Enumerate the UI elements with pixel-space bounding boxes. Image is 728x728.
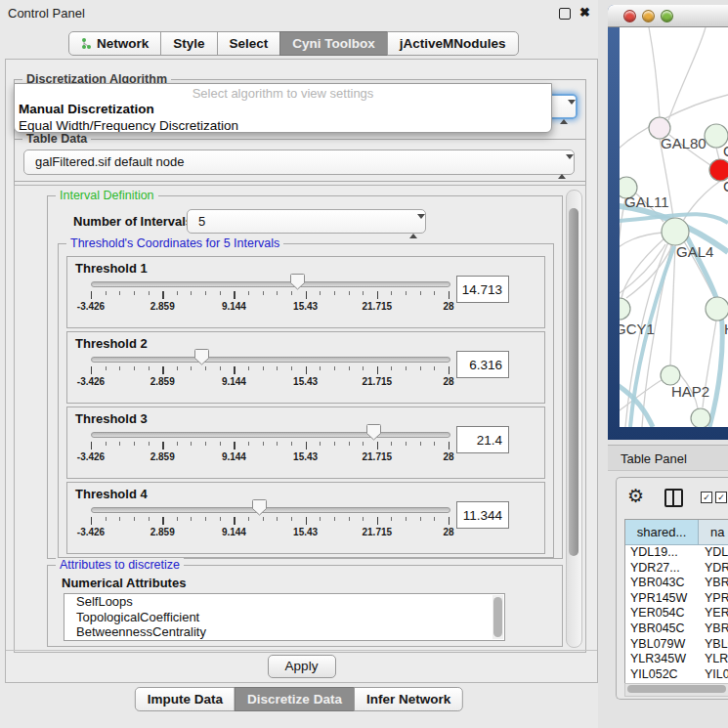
algorithm-option[interactable]: Equal Width/Frequency Discretization — [15, 117, 551, 133]
list-scrollbar[interactable] — [492, 595, 503, 639]
tick-label: 15.43 — [293, 301, 318, 312]
minor-tick — [106, 442, 107, 446]
table-row[interactable]: YPR145WYPR1 — [625, 591, 728, 607]
minor-tick — [177, 442, 178, 446]
table-data-combobox[interactable]: galFiltered.sif default node — [23, 150, 575, 175]
minimize-traffic-light-icon[interactable] — [642, 10, 655, 22]
table-row[interactable]: YBL079WYBL0 — [625, 637, 728, 653]
network-node-unlabeled[interactable] — [691, 408, 710, 427]
list-item[interactable]: SelfLoops — [64, 594, 504, 610]
major-tick — [449, 291, 450, 299]
network-edge — [620, 198, 625, 298]
tab-infer-network[interactable]: Infer Network — [354, 687, 463, 711]
list-item[interactable]: TopologicalCoefficient — [64, 610, 504, 625]
minor-tick — [177, 517, 178, 521]
close-traffic-light-icon[interactable] — [623, 10, 636, 22]
network-window-titlebar — [608, 5, 728, 27]
close-icon[interactable]: ✖ — [579, 5, 590, 20]
network-node-gcy1[interactable] — [620, 298, 630, 320]
threshold-value-field[interactable]: 11.344 — [456, 501, 509, 529]
scrollbar-thumb[interactable] — [493, 597, 502, 637]
table-row[interactable]: YBR045CYBR0 — [625, 621, 728, 637]
checkbox-icon[interactable]: ✓ — [715, 492, 727, 503]
vertical-scrollbar[interactable] — [566, 190, 582, 648]
minor-tick — [248, 442, 249, 446]
minor-tick — [406, 366, 407, 370]
minor-tick — [406, 517, 407, 521]
node-table[interactable]: shared... na YDL19...YDL1YDR27...YDR2YBR… — [624, 519, 728, 684]
threshold-slider-track[interactable] — [91, 432, 450, 438]
table-row[interactable]: YBR043CYBR0 — [625, 576, 728, 591]
apply-button[interactable]: Apply — [268, 655, 336, 678]
table-data-combobox-value: galFiltered.sif default node — [35, 154, 184, 169]
tick-label: -3.426 — [77, 451, 105, 462]
minor-tick — [106, 291, 107, 295]
threshold-value-field[interactable]: 21.4 — [456, 426, 509, 453]
tab-discretize-data[interactable]: Discretize Data — [235, 687, 355, 711]
table-row[interactable]: YER054CYER0 — [625, 606, 728, 621]
cyni-toolbox-panel: Discretization Algorithm Select algorith… — [5, 59, 598, 683]
tab-cyni-toolbox[interactable]: Cyni Toolbox — [279, 31, 388, 56]
tab-select[interactable]: Select — [217, 31, 281, 56]
minor-tick — [334, 517, 335, 521]
algorithm-option[interactable]: Manual Discretization — [15, 101, 551, 117]
threshold-panel: Threshold 2-3.4262.8599.14415.4321.71528… — [66, 331, 545, 404]
table-row[interactable]: YLR345WYLR3 — [625, 652, 728, 667]
network-node-h[interactable] — [706, 297, 728, 321]
slider-ticks — [91, 366, 449, 375]
table-row[interactable]: YDL19...YDL1 — [625, 545, 728, 561]
major-tick — [449, 366, 450, 374]
threshold-value-field[interactable]: 6.316 — [456, 351, 509, 378]
table-cell: YER0 — [698, 606, 728, 621]
table-row[interactable]: YIL052CYIL0 — [625, 667, 728, 683]
table-cell: YDL19... — [625, 545, 698, 561]
tab-label: Infer Network — [366, 692, 450, 707]
numerical-attributes-list[interactable]: SelfLoopsTopologicalCoefficientBetweenne… — [64, 593, 505, 641]
major-tick — [234, 442, 235, 450]
tick-label: 21.715 — [363, 376, 393, 387]
tab-style[interactable]: Style — [160, 31, 217, 56]
major-tick — [234, 517, 235, 525]
threshold-slider-track[interactable] — [91, 281, 450, 287]
major-tick — [377, 442, 378, 450]
tab-network[interactable]: Network — [68, 31, 161, 56]
column-header[interactable]: na — [699, 520, 728, 544]
minor-tick — [391, 291, 392, 295]
network-node-label: C — [723, 178, 728, 194]
minor-tick — [205, 366, 206, 370]
zoom-traffic-light-icon[interactable] — [661, 10, 673, 22]
split-column-icon[interactable] — [664, 489, 683, 507]
minor-tick — [334, 366, 335, 370]
table-row[interactable]: YDR27...YDR2 — [625, 561, 728, 577]
column-header[interactable]: shared... — [625, 520, 699, 544]
major-tick — [162, 291, 163, 299]
network-canvas[interactable]: GAL80GACGAL11GAL4GCY1HHAP2 — [620, 27, 728, 427]
minor-tick — [191, 291, 192, 295]
control-panel-window: Control Panel ✖ NetworkStyleSelectCyni T… — [0, 0, 598, 728]
minor-tick — [248, 366, 249, 370]
major-tick — [162, 517, 163, 525]
threshold-slider-track[interactable] — [91, 357, 450, 363]
minor-tick — [263, 517, 264, 521]
horizontal-scrollbar[interactable] — [624, 683, 728, 697]
stepper-icon — [560, 101, 569, 114]
scrollbar-thumb[interactable] — [569, 208, 578, 556]
float-icon[interactable] — [559, 8, 571, 20]
group-title: Interval Definition — [56, 189, 158, 202]
tick-label: 15.43 — [293, 451, 318, 462]
tab-jactivemnodules[interactable]: jActiveMNodules — [387, 31, 519, 56]
threshold-value-field[interactable]: 14.713 — [456, 276, 509, 303]
tab-impute-data[interactable]: Impute Data — [135, 687, 236, 711]
network-node-gal4[interactable] — [662, 218, 689, 245]
checkbox-icon[interactable]: ✓ — [701, 492, 712, 503]
gear-icon[interactable]: ⚙ — [627, 485, 644, 507]
network-node-hap2[interactable] — [661, 365, 680, 385]
minor-tick — [434, 291, 435, 295]
number-of-intervals-combobox[interactable]: 5 — [187, 209, 426, 234]
minor-tick — [177, 366, 178, 370]
threshold-slider-track[interactable] — [91, 507, 450, 513]
scrollbar-thumb[interactable] — [627, 685, 726, 693]
control-panel-titlebar: Control Panel ✖ — [0, 0, 598, 25]
minor-tick — [119, 291, 120, 295]
list-item[interactable]: BetweennessCentrality — [64, 624, 504, 640]
